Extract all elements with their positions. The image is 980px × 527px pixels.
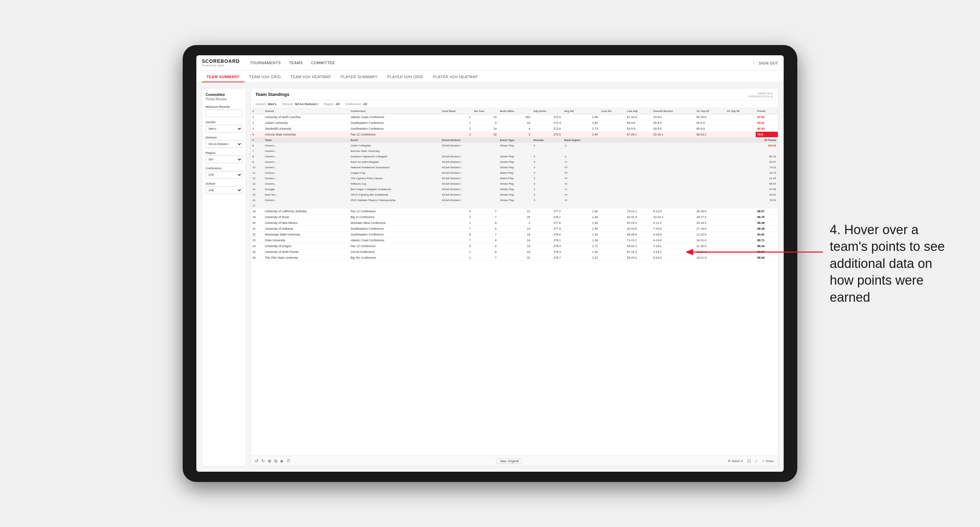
min-rounds-input[interactable]: [205, 110, 242, 117]
logo-text: SCOREBOARD: [202, 59, 240, 64]
watch-button[interactable]: 👁 Watch ▾: [728, 459, 743, 463]
share-button[interactable]: ↗ Share: [762, 459, 774, 463]
eye-icon: 👁: [728, 459, 731, 463]
copy-icon[interactable]: ⧉: [274, 459, 277, 464]
expanded-data-row: 14 Georgia Ben Hogan Collegiate Invitati…: [251, 187, 778, 192]
expand-icon: ⤢: [755, 459, 758, 463]
expanded-data-row: 12 Florida I... The Cypress Point Classi…: [251, 176, 778, 181]
logo-sub: Powered by clippd: [202, 64, 240, 67]
table-header-row: # School Conference Conf Rank No Tour Bn…: [251, 108, 778, 114]
region-select[interactable]: N/A East: [205, 156, 242, 163]
sidebar-region: Region N/A East: [205, 151, 242, 163]
comment-icon: 💬: [747, 459, 751, 463]
expanded-data-row: 11 Univers... Copper Cup NCAA Division I…: [251, 170, 778, 176]
col-no-tour: No Tour: [473, 108, 498, 114]
annotation-area: 4. Hover over a team's points to see add…: [830, 222, 959, 306]
school-select[interactable]: (All): [205, 186, 242, 194]
sub-tabs: TEAM SUMMARY TEAM H2H GRID TEAM H2H HEAT…: [196, 70, 784, 83]
expand-button[interactable]: ⤢: [755, 459, 758, 463]
red-arrow: [686, 238, 830, 266]
table-row: 18 University of California, Berkeley Pa…: [251, 208, 778, 214]
expanded-data-row: 6 Univers... Celter Collegiate NCAA Divi…: [251, 143, 778, 148]
share-icon: ↗: [762, 459, 765, 463]
expanded-header-row: # Team Event Event Division Event Type R…: [251, 138, 778, 143]
table-row: 1 University of North Carolina Atlantic …: [251, 114, 778, 120]
sidebar-school: School (All): [205, 182, 242, 194]
tab-player-h2h-heatmap[interactable]: PLAYER H2H HEATMAP: [428, 72, 483, 82]
expanded-data-row: 17: [251, 203, 778, 208]
update-time: Update time: 13/03/2024 10:03:42: [748, 92, 773, 98]
col-low-adj: Low Adj: [625, 108, 652, 114]
expanded-data-row: 8 Univers... Southern Highlands Collegia…: [251, 154, 778, 159]
paint-icon[interactable]: ◈: [280, 459, 283, 464]
nav-teams[interactable]: TEAMS: [289, 59, 302, 66]
tab-team-summary[interactable]: TEAM SUMMARY: [202, 72, 245, 82]
clock-icon[interactable]: ⏱: [286, 459, 291, 464]
col-school: School: [263, 108, 349, 114]
division-label: Division: [205, 136, 242, 139]
col-conf-rank: Conf Rank: [440, 108, 472, 114]
col-conference: Conference: [349, 108, 441, 114]
nav-tournaments[interactable]: TOURNAMENTS: [250, 59, 281, 66]
chevron-down-icon: ▾: [741, 459, 743, 463]
col-low-sg: Low SG: [600, 108, 625, 114]
sidebar-title: Committee: [205, 92, 242, 97]
sidebar: Committee Portal Review Minimum Rounds G…: [202, 88, 246, 466]
nav-items: TOURNAMENTS TEAMS COMMITTEE: [250, 59, 753, 66]
expanded-data-row: 9 Univers... Amer An Intercollegiate NCA…: [251, 159, 778, 165]
division-select[interactable]: NCAA Division I NCAA Division II: [205, 140, 242, 148]
sign-out-button[interactable]: Sign out: [759, 60, 778, 67]
filter-division: Division: NCAA Division I: [282, 102, 318, 106]
nav-committee[interactable]: COMMITTEE: [311, 59, 335, 66]
center-content: Team Standings Update time: 13/03/2024 1…: [250, 88, 778, 466]
table-row: 22 Mississippi State University Southeas…: [251, 232, 778, 238]
view-original-button[interactable]: View: Original: [496, 459, 522, 464]
tab-team-h2h-grid[interactable]: TEAM H2H GRID: [245, 72, 286, 82]
tab-player-h2h-grid[interactable]: PLAYER H2H GRID: [382, 72, 428, 82]
zoom-icon[interactable]: ⊕: [268, 459, 272, 464]
tab-team-h2h-heatmap[interactable]: TEAM H2H HEATMAP: [285, 72, 336, 82]
main-content: Committee Portal Review Minimum Rounds G…: [196, 83, 784, 472]
comment-button[interactable]: 💬: [747, 459, 751, 463]
region-label: Region: [205, 151, 242, 155]
tab-player-summary[interactable]: PLAYER SUMMARY: [336, 72, 382, 82]
undo-icon[interactable]: ↺: [255, 459, 258, 464]
table-row: 3 Vanderbilt University Southeastern Con…: [251, 126, 778, 132]
redo-icon[interactable]: ↻: [261, 459, 265, 464]
report-title: Team Standings: [255, 92, 289, 97]
filter-gender: Gender: Men's: [255, 102, 277, 106]
sign-out-area: | Sign out: [753, 60, 778, 66]
conference-label: Conference: [205, 167, 242, 170]
sidebar-subtitle: Portal Review: [205, 97, 242, 101]
expanded-data-row: 15 East Ten... OFCC Fighting Illini Invi…: [251, 192, 778, 198]
filter-row: Gender: Men's Division: NCAA Division I …: [251, 100, 778, 108]
min-rounds-label: Minimum Rounds: [205, 105, 242, 108]
expanded-data-row: 7 Univers... Arizona State University: [251, 148, 778, 154]
expanded-data-row: 13 Univers... Williams Cup NCAA Division…: [251, 181, 778, 187]
col-bnds-wins: Bnds Wins: [498, 108, 532, 114]
table-row: 2 Auburn University Southeastern Confere…: [251, 120, 778, 126]
col-rank: #: [251, 108, 263, 114]
expanded-data-row: 10 Univers... National Invitational Tour…: [251, 165, 778, 170]
gender-select[interactable]: Men's Women's: [205, 125, 242, 132]
gender-label: Gender: [205, 121, 242, 124]
table-row: 20 University of New Mexico Mountain Wes…: [251, 220, 778, 226]
bottom-toolbar: ↺ ↻ ⊕ ⧉ ◈ ⏱ View: Original 👁 Watch ▾: [251, 456, 778, 466]
expanded-data-row: 16 Univers... 2023 Sahalee Players Champ…: [251, 198, 778, 203]
report-header: Team Standings Update time: 13/03/2024 1…: [251, 88, 778, 100]
col-avg-score: Avg SG: [562, 108, 600, 114]
table-row-highlighted: 4 Arizona State University Pac-12 Confer…: [251, 132, 778, 138]
school-label: School: [205, 182, 242, 185]
col-vs50: Vs Top 50: [725, 108, 756, 114]
sidebar-conference: Conference (All): [205, 167, 242, 178]
standings-table: # School Conference Conf Rank No Tour Bn…: [251, 108, 778, 456]
annotation-text: 4. Hover over a team's points to see add…: [830, 222, 959, 306]
toolbar-left: ↺ ↻ ⊕ ⧉ ◈ ⏱: [255, 459, 291, 464]
table-row: 19 University of Texas Big 12 Conference…: [251, 214, 778, 220]
col-points: Points: [756, 108, 778, 114]
table-row: 21 University of Alabama Southeastern Co…: [251, 226, 778, 232]
col-vs25: Vs Top 25: [695, 108, 725, 114]
sidebar-min-rounds: Minimum Rounds: [205, 105, 242, 117]
logo-area: SCOREBOARD Powered by clippd: [202, 59, 240, 67]
conference-select[interactable]: (All): [205, 171, 242, 178]
